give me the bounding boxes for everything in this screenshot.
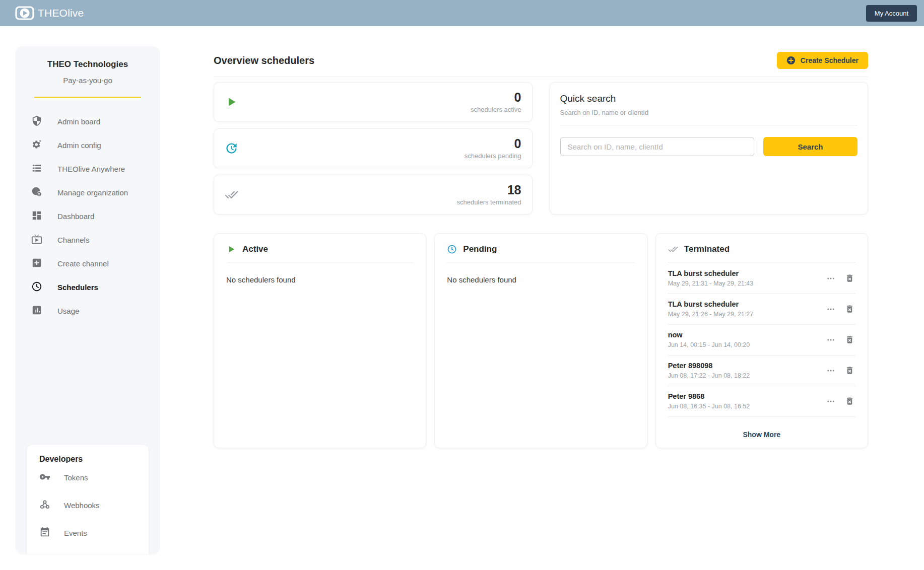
gear-sparkle-icon [31,139,42,152]
row-menu-button[interactable] [825,304,836,315]
active-panel-header: Active [226,244,414,254]
row-delete-button[interactable] [844,395,855,407]
sidebar-item-label: Dashboard [57,212,94,221]
row-menu-button[interactable] [825,365,836,376]
brand-name: THEOlive [38,7,84,19]
scheduler-row: TLA burst scheduler May 29, 21:31 - May … [668,263,855,294]
sidebar-item-label: Admin board [57,117,100,126]
trash-icon [845,366,854,375]
play-icon [226,244,236,254]
scheduler-row: Peter 898098 Jun 08, 17:22 - Jun 08, 18:… [668,355,855,386]
done-all-icon [225,188,238,201]
terminated-count: 18 [457,183,521,196]
terminated-panel-title: Terminated [684,244,730,254]
organization-name: THEO Technologies [16,59,160,69]
add-box-icon [31,257,42,270]
sidebar-item-events[interactable]: Events [27,519,149,547]
show-more-link[interactable]: Show More [668,431,855,439]
sidebar-item-theolive-anywhere[interactable]: THEOlive Anywhere [16,157,160,181]
search-input[interactable] [560,137,755,156]
row-delete-button[interactable] [844,365,855,376]
create-scheduler-label: Create Scheduler [801,56,859,64]
sidebar-item-usage[interactable]: Usage [16,299,160,323]
sidebar-item-label: Events [64,529,87,537]
scheduler-row: Peter 9868 Jun 08, 16:35 - Jun 08, 16:52 [668,386,855,417]
active-panel: Active No schedulers found [214,233,426,448]
sidebar-item-create-channel[interactable]: Create channel [16,252,160,275]
sidebar-item-admin-config[interactable]: Admin config [16,133,160,157]
trash-icon [845,304,854,314]
stat-card-pending: 0 schedulers pending [214,128,533,168]
scheduler-row: now Jun 14, 00:15 - Jun 14, 00:20 [668,325,855,355]
scheduler-name: TLA burst scheduler [668,300,754,308]
ellipsis-icon [826,397,835,406]
sidebar-item-label: Usage [57,307,79,315]
stat-card-terminated: 18 schedulers terminated [214,175,533,215]
scheduler-name: now [668,331,750,339]
ellipsis-icon [826,274,835,283]
trash-icon [845,396,854,406]
main-header: Overview schedulers Create Scheduler [214,52,868,69]
page-title: Overview schedulers [214,55,314,66]
scheduler-period: May 29, 21:26 - May 29, 21:27 [668,311,754,318]
sidebar-item-label: Schedulers [57,283,98,292]
trash-icon [845,273,854,283]
main-content: Overview schedulers Create Scheduler 0 s… [214,52,868,448]
sidebar-item-label: Channels [57,236,89,244]
plus-circle-icon [786,56,796,65]
active-count: 0 [471,91,521,104]
terminated-panel: Terminated TLA burst scheduler May 29, 2… [655,233,868,448]
create-scheduler-button[interactable]: Create Scheduler [777,52,868,69]
sidebar-nav: Admin board Admin config THEOlive Anywhe… [16,110,160,323]
trash-icon [845,335,854,344]
ellipsis-icon [826,335,835,344]
sidebar-item-webhooks[interactable]: Webhooks [27,491,149,519]
row-delete-button[interactable] [844,334,855,345]
shield-icon [31,115,42,128]
scheduler-name: Peter 9868 [668,392,750,400]
brand[interactable]: THEOlive [15,6,84,21]
dashboard-grid-icon [31,210,42,223]
row-menu-button[interactable] [825,334,836,345]
topbar: THEOlive My Account [0,0,924,26]
sidebar-item-dashboard[interactable]: Dashboard [16,204,160,228]
sidebar-item-channels[interactable]: Channels [16,228,160,252]
scheduler-row: TLA burst scheduler May 29, 21:26 - May … [668,294,855,325]
pending-panel: Pending No schedulers found [434,233,647,448]
scheduler-period: May 29, 21:31 - May 29, 21:43 [668,280,754,287]
sidebar-item-schedulers[interactable]: Schedulers [16,275,160,299]
header-divider [214,77,868,77]
organization-plan: Pay-as-you-go [16,76,160,85]
quick-search-card: Quick search Search on ID, name or clien… [550,82,869,215]
yellow-divider [34,97,141,98]
row-delete-button[interactable] [844,303,855,315]
pending-panel-header: Pending [447,244,634,254]
my-account-button[interactable]: My Account [866,5,917,22]
row-menu-button[interactable] [825,273,836,284]
done-all-icon [668,244,678,254]
sidebar-item-manage-organization[interactable]: Manage organization [16,181,160,204]
quick-search-title: Quick search [560,93,858,104]
row-delete-button[interactable] [844,272,855,284]
organization-person-icon [31,186,42,199]
scheduler-name: Peter 898098 [668,362,750,370]
calendar-icon [39,527,50,539]
scheduler-period: Jun 14, 00:15 - Jun 14, 00:20 [668,341,750,348]
organization-block: THEO Technologies Pay-as-you-go [16,46,160,98]
server-list-icon [31,163,42,175]
panel-divider [226,262,414,262]
search-button[interactable]: Search [763,137,857,156]
pending-update-icon [225,141,238,155]
scheduler-period: Jun 08, 16:35 - Jun 08, 16:52 [668,403,750,410]
sidebar-item-label: Admin config [57,141,101,150]
webhook-icon [39,499,50,512]
quick-search-subtitle: Search on ID, name or clientId [560,109,858,116]
sidebar-item-admin-board[interactable]: Admin board [16,110,160,133]
pending-panel-title: Pending [463,244,497,254]
sidebar-item-tokens[interactable]: Tokens [27,464,149,491]
sidebar-item-label: Create channel [57,259,109,268]
sidebar-item-label: THEOlive Anywhere [57,165,125,173]
terminated-panel-header: Terminated [668,244,855,254]
clock-icon [31,281,42,294]
row-menu-button[interactable] [825,396,836,407]
